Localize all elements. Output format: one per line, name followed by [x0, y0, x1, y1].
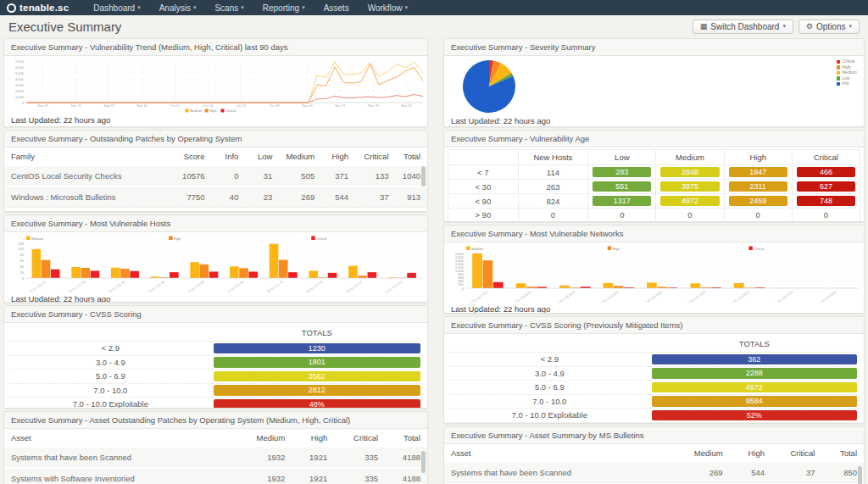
panel-title-vulnerability-trend[interactable]: Executive Summary - Vulnerability Trend … — [4, 39, 427, 56]
cvss-total-bar[interactable]: 362 — [652, 354, 857, 365]
panel-title-most-vulnerable-networks[interactable]: Executive Summary - Most Vulnerable Netw… — [444, 225, 864, 242]
nav-item-analysis[interactable]: Analysis▾ — [150, 0, 206, 15]
table-row: < 30 263 551 3975 2311 627 — [448, 180, 860, 194]
cell-critical[interactable]: 37 — [771, 462, 821, 483]
cell-medium[interactable]: 1932 — [241, 468, 292, 484]
svg-text:10.31.112.21: 10.31.112.21 — [28, 279, 47, 292]
severity-pie-chart[interactable] — [461, 58, 517, 114]
cell-high[interactable]: 544 — [321, 186, 355, 208]
age-critical-pill[interactable]: 466 — [797, 167, 855, 177]
scrollbar[interactable] — [421, 166, 426, 186]
age-medium-pill[interactable]: 3975 — [660, 181, 719, 192]
col-score: Score — [165, 147, 212, 165]
most-vulnerable-hosts-chart[interactable]: 020406080100120MediumHighCritical10.31.1… — [4, 233, 427, 292]
age-low-pill[interactable]: 551 — [593, 181, 651, 192]
cell-medium[interactable]: 1932 — [241, 447, 292, 468]
panel-title-vulnerability-age[interactable]: Executive Summary - Vulnerability Age — [444, 131, 864, 147]
svg-text:100: 100 — [18, 247, 24, 251]
switch-dashboard-button[interactable]: ▦ Switch Dashboard ▾ — [693, 19, 793, 34]
cell-critical[interactable]: 335 — [334, 468, 385, 484]
vulnerability-trend-chart[interactable]: 01,0002,0003,0004,0005,0006,0007,000Sep … — [4, 58, 427, 114]
cell-low[interactable]: 23 — [245, 186, 279, 208]
table-row[interactable]: Windows : Microsoft Bulletins 7750 40 23… — [4, 186, 427, 208]
nav-item-reporting[interactable]: Reporting▾ — [253, 0, 314, 15]
most-vulnerable-networks-chart[interactable]: 02004006008001,0001,2001,4001,6001,8002,… — [444, 243, 864, 303]
cell-medium[interactable]: 269 — [279, 186, 321, 208]
cell-high[interactable]: 1921 — [292, 468, 334, 484]
col-asset: Asset — [444, 444, 679, 462]
nav-item-assets[interactable]: Assets — [314, 0, 359, 15]
cell-new-hosts[interactable]: 263 — [518, 180, 588, 194]
nav-item-dashboard[interactable]: Dashboard▾ — [84, 0, 149, 15]
cell-high[interactable]: 371 — [321, 165, 355, 186]
cvss-total-bar[interactable]: 3562 — [214, 371, 420, 382]
cvss-scoring-table: TOTALS < 2.91230 3.0 - 4.91801 5.0 - 6.9… — [9, 325, 422, 409]
scrollbar[interactable] — [421, 451, 426, 473]
panel-title-cvss-scoring-mitigated[interactable]: Executive Summary - CVSS Scoring (Previo… — [444, 317, 864, 334]
scrollbar[interactable] — [858, 466, 862, 484]
panel-title-most-vulnerable-hosts[interactable]: Executive Summary - Most Vulnerable Host… — [4, 215, 427, 232]
cell-critical[interactable]: 0 — [792, 209, 860, 222]
cvss-total-bar[interactable]: 1801 — [214, 357, 420, 368]
age-low-pill[interactable]: 283 — [593, 167, 651, 177]
chevron-down-icon: ▾ — [782, 23, 786, 30]
cell-critical[interactable]: 37 — [355, 186, 395, 208]
cvss-mitigated-table: TOTALS < 2.9362 3.0 - 4.92288 5.0 - 6.94… — [449, 336, 859, 423]
col-medium: Medium — [656, 150, 724, 165]
col-blank — [9, 325, 212, 342]
cell-medium[interactable]: 0 — [656, 209, 724, 222]
cell-medium[interactable]: 269 — [679, 462, 729, 483]
table-row[interactable]: Systems that have been Scanned 1932 1921… — [4, 447, 427, 468]
last-updated-text: Last Updated: 22 hours ago — [4, 292, 427, 303]
cvss-total-bar[interactable]: 2812 — [214, 385, 420, 396]
svg-text:10.31.112.83: 10.31.112.83 — [305, 279, 324, 292]
cvss-total-bar[interactable]: 9584 — [652, 396, 857, 407]
table-row: 5.0 - 6.93562 — [9, 370, 422, 384]
vulnerability-age-table: New Hosts Low Medium High Critical < 7 1… — [448, 149, 860, 222]
cvss-total-bar[interactable]: 4972 — [652, 382, 857, 393]
panel-most-vulnerable-hosts: Executive Summary - Most Vulnerable Host… — [3, 214, 428, 303]
age-high-pill[interactable]: 2459 — [729, 196, 787, 206]
cvss-total-bar[interactable]: 48% — [214, 399, 420, 409]
cvss-range-label: 7.0 - 10.0 Exploitable — [9, 398, 212, 409]
cell-info[interactable]: 0 — [212, 165, 246, 186]
age-medium-pill[interactable]: 2848 — [660, 167, 719, 177]
panel-title-asset-outstanding-patches[interactable]: Executive Summary - Asset Outstanding Pa… — [4, 412, 427, 429]
cvss-total-bar[interactable]: 52% — [652, 410, 857, 421]
cell-critical[interactable]: 335 — [334, 447, 385, 468]
cell-critical[interactable]: 133 — [355, 165, 395, 186]
cell-new-hosts[interactable]: 114 — [518, 165, 588, 180]
tenable-logo[interactable]: tenable.sc — [7, 3, 69, 13]
cvss-total-bar[interactable]: 2288 — [652, 368, 857, 379]
cell-score: 10576 — [165, 165, 212, 186]
cell-high[interactable]: 0 — [724, 209, 792, 222]
cell-low[interactable]: 31 — [245, 165, 279, 186]
age-high-pill[interactable]: 1947 — [729, 167, 787, 177]
cell-low[interactable]: 0 — [588, 209, 656, 222]
panel-title-outstanding-patches[interactable]: Executive Summary - Outstanding Patches … — [4, 131, 427, 147]
cell-medium[interactable]: 505 — [279, 165, 321, 186]
age-medium-pill[interactable]: 4972 — [660, 196, 719, 206]
cell-info[interactable]: 40 — [212, 186, 246, 208]
cell-new-hosts[interactable]: 0 — [518, 209, 588, 222]
nav-item-scans[interactable]: Scans▾ — [205, 0, 253, 15]
age-critical-pill[interactable]: 627 — [797, 181, 855, 192]
table-row[interactable]: Systems with Software Inventoried 1932 1… — [4, 468, 427, 484]
svg-text:High: High — [209, 108, 216, 113]
cell-new-hosts[interactable]: 824 — [518, 194, 588, 209]
age-critical-pill[interactable]: 748 — [797, 196, 855, 206]
panel-title-ms-bulletins[interactable]: Executive Summary - Asset Summary by MS … — [444, 427, 864, 444]
age-low-pill[interactable]: 1317 — [593, 196, 651, 206]
cell-high[interactable]: 1921 — [292, 447, 334, 468]
panel-title-cvss-scoring[interactable]: Executive Summary - CVSS Scoring — [4, 306, 427, 323]
nav-item-workflow[interactable]: Workflow▾ — [359, 0, 417, 15]
panel-title-severity-summary[interactable]: Executive Summary - Severity Summary — [444, 39, 864, 56]
age-high-pill[interactable]: 2311 — [729, 181, 787, 192]
options-button[interactable]: ⚙ Options ▾ — [798, 19, 860, 34]
cvss-total-bar[interactable]: 1230 — [214, 343, 420, 354]
col-blank — [449, 336, 650, 353]
svg-text:40: 40 — [20, 264, 25, 269]
table-row[interactable]: CentOS Local Security Checks 10576 0 31 … — [4, 165, 427, 186]
cell-high[interactable]: 544 — [730, 462, 772, 483]
table-row[interactable]: Systems that have been Scanned 269 544 3… — [444, 462, 864, 483]
